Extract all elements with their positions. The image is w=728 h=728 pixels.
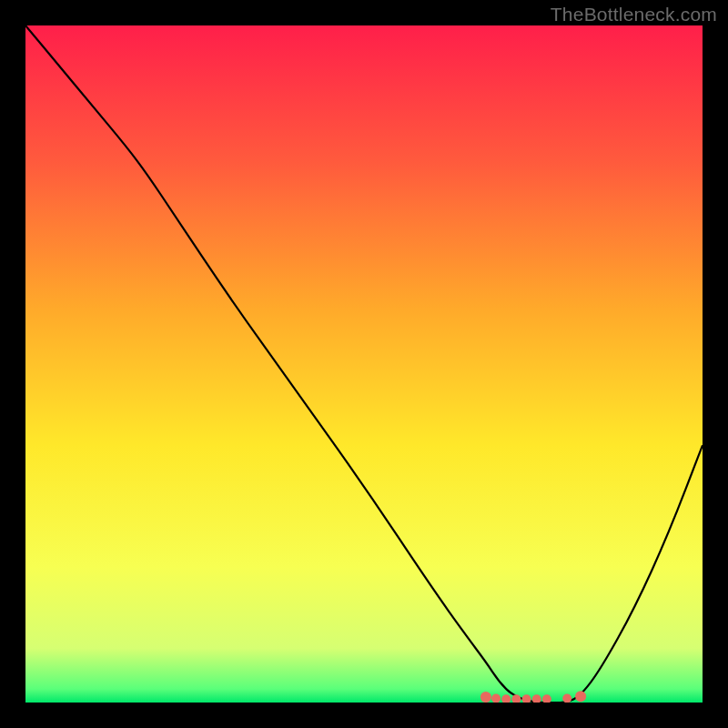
marker-dot bbox=[480, 692, 491, 703]
bottleneck-chart bbox=[25, 25, 703, 703]
marker-dot bbox=[575, 691, 586, 702]
chart-background bbox=[25, 25, 703, 703]
watermark-text: TheBottleneck.com bbox=[551, 4, 717, 25]
